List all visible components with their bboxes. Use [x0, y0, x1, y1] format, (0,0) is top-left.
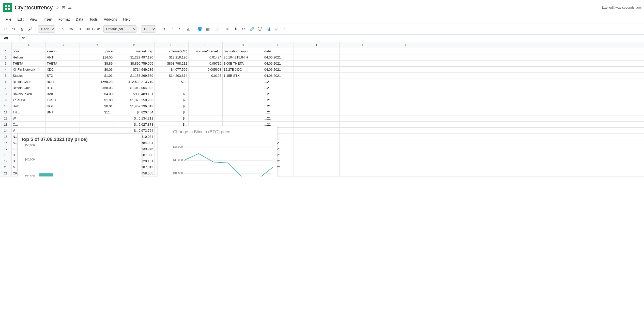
cell[interactable]: BNT — [46, 109, 80, 115]
cell[interactable] — [340, 103, 385, 109]
cell[interactable] — [340, 158, 385, 164]
text-rotate-button[interactable]: ⟳ — [240, 25, 247, 33]
cell[interactable] — [340, 128, 385, 134]
col-header-f[interactable]: F — [189, 42, 223, 48]
cell[interactable]: W... — [12, 115, 46, 121]
link-button[interactable]: 🔗 — [248, 25, 255, 33]
col-header-h[interactable]: H — [263, 42, 294, 48]
cell[interactable] — [46, 115, 80, 121]
cell[interactable]: 12.27B XDC — [223, 67, 263, 72]
cell[interactable] — [294, 122, 340, 127]
cell[interactable]: Bitcoin Gold — [12, 85, 46, 91]
cell[interactable]: C... — [12, 122, 46, 127]
line-chart[interactable]: Change in Bitcoin (BTC) price... $32,000… — [158, 126, 277, 176]
cell[interactable] — [294, 152, 340, 158]
cell[interactable]: $8.89 — [80, 61, 114, 66]
cell[interactable]: ...21 — [263, 91, 294, 97]
cell[interactable] — [340, 97, 385, 103]
cell[interactable]: volume/market_c — [189, 48, 223, 54]
cell[interactable]: $... — [155, 103, 189, 109]
folder-icon[interactable]: ⊡ — [62, 5, 65, 10]
cell[interactable] — [294, 164, 340, 170]
col-header-d[interactable]: D — [114, 42, 155, 48]
cell[interactable] — [294, 61, 340, 66]
cell[interactable] — [340, 67, 385, 72]
paint-format-button[interactable]: 🖌 — [26, 25, 34, 33]
cell[interactable] — [294, 140, 340, 146]
cell[interactable] — [294, 146, 340, 152]
cell[interactable]: HOT — [46, 103, 80, 109]
cell[interactable]: 0.09716 — [189, 61, 223, 66]
cell[interactable]: 04.06.2021 — [263, 67, 294, 72]
cell[interactable] — [80, 115, 114, 121]
cell[interactable] — [80, 122, 114, 127]
cell[interactable] — [189, 97, 223, 103]
cell[interactable] — [294, 54, 340, 60]
cell[interactable] — [340, 85, 385, 91]
percent-button[interactable]: % — [68, 25, 75, 33]
cell[interactable] — [385, 122, 426, 127]
cell[interactable]: $4,077,599 — [155, 67, 189, 72]
cell[interactable] — [80, 128, 114, 134]
cell[interactable] — [385, 103, 426, 109]
cell[interactable] — [294, 134, 340, 140]
cell[interactable]: BCH — [46, 79, 80, 85]
cell[interactable]: TUSD — [46, 97, 80, 103]
comment-button[interactable]: 💬 — [256, 25, 264, 33]
zoom-select[interactable]: 100% — [38, 25, 55, 33]
cell[interactable]: date — [263, 48, 294, 54]
cell[interactable]: 85,104,315.84 H — [223, 54, 263, 60]
cell[interactable]: $1,229,497,120 — [114, 54, 155, 60]
cell[interactable] — [294, 48, 340, 54]
cell[interactable]: $58.03 — [80, 85, 114, 91]
cell[interactable]: $18,218,196 — [155, 54, 189, 60]
cell[interactable] — [340, 134, 385, 140]
cell[interactable]: volume(24h) — [155, 48, 189, 54]
function-button[interactable]: Σ — [281, 25, 288, 33]
format-more-button[interactable]: 123▾ — [92, 25, 99, 33]
cell[interactable]: $1,375,250,953 — [114, 97, 155, 103]
cell[interactable] — [385, 73, 426, 79]
cell[interactable] — [294, 128, 340, 134]
cell[interactable] — [294, 67, 340, 72]
cell[interactable] — [340, 61, 385, 66]
cell[interactable] — [223, 97, 263, 103]
menu-item-help[interactable]: Help — [121, 16, 133, 22]
cell[interactable]: $...9,027,873 — [114, 122, 155, 127]
chart-button[interactable]: 📊 — [265, 25, 272, 33]
font-select[interactable]: Default (Ari... — [103, 25, 136, 33]
cell[interactable] — [340, 79, 385, 85]
bold-button[interactable]: B — [160, 25, 167, 33]
cell-ref-input[interactable] — [2, 35, 20, 41]
menu-item-insert[interactable]: Insert — [41, 16, 55, 22]
menu-item-edit[interactable]: Edit — [15, 16, 26, 22]
cell[interactable]: HNT — [46, 54, 80, 60]
cell[interactable]: BAKE — [46, 91, 80, 97]
cell[interactable]: 04.06.2021 — [263, 73, 294, 79]
cell[interactable]: Helium — [12, 54, 46, 60]
cell[interactable]: $14.50 — [80, 54, 114, 60]
print-button[interactable]: 🖨 — [18, 25, 25, 33]
cell[interactable] — [340, 170, 385, 176]
cell[interactable]: 0.005698 — [189, 67, 223, 72]
cell[interactable]: BTG — [46, 85, 80, 91]
col-header-a[interactable]: A — [12, 42, 46, 48]
cell[interactable] — [223, 79, 263, 85]
align-h-button[interactable]: ≡ — [224, 25, 231, 33]
cell[interactable] — [294, 115, 340, 121]
cell[interactable]: $... — [155, 91, 189, 97]
cell[interactable]: $714,649,236 — [114, 67, 155, 72]
undo-button[interactable]: ↩ — [2, 25, 9, 33]
cell[interactable] — [294, 91, 340, 97]
cell[interactable] — [340, 91, 385, 97]
col-header-j[interactable]: J — [340, 42, 385, 48]
filter-button[interactable]: ▽ — [273, 25, 280, 33]
cell[interactable]: TrueUSD — [12, 97, 46, 103]
cell[interactable] — [189, 91, 223, 97]
col-header-b[interactable]: B — [46, 42, 80, 48]
cell[interactable]: $1,467,296,313 — [114, 103, 155, 109]
italic-button[interactable]: I — [168, 25, 176, 33]
cell[interactable]: XDC — [46, 67, 80, 72]
menu-item-file[interactable]: File — [3, 16, 14, 22]
decimal-inc-button[interactable]: .00 — [84, 25, 91, 33]
